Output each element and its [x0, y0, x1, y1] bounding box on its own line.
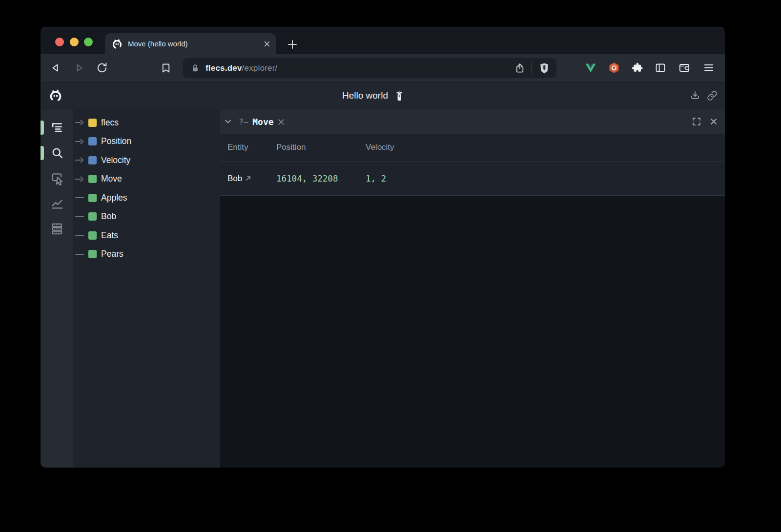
stats-chart-icon [50, 196, 64, 211]
leaf-dash-icon [75, 251, 85, 257]
tree-item-label: Eats [101, 230, 118, 241]
expand-arrow-icon [75, 139, 85, 144]
share-button[interactable] [514, 62, 526, 74]
address-bar[interactable]: flecs.dev/explorer/ [183, 58, 556, 78]
extensions-puzzle-button[interactable] [631, 61, 644, 74]
tree-item-label: flecs [101, 118, 119, 128]
query-panel-title: Move [252, 117, 273, 127]
expand-arrow-icon [75, 157, 85, 163]
velocity-value: 1, 2 [366, 174, 725, 184]
memory-tool-button[interactable] [50, 222, 64, 236]
entity-color-swatch [88, 156, 97, 164]
brave-shield-button[interactable] [538, 62, 551, 75]
table-header-row: Entity Position Velocity [220, 134, 725, 162]
fullscreen-button[interactable] [692, 117, 701, 126]
hexagon-extension-button[interactable] [608, 61, 620, 74]
back-button[interactable] [49, 61, 62, 74]
tree-item-apples[interactable]: Apples [73, 188, 220, 207]
tree-item-eats[interactable]: Eats [73, 226, 220, 245]
sidebar-toggle-button[interactable] [654, 61, 667, 74]
active-indicator [41, 146, 44, 160]
zoom-window-button[interactable] [84, 38, 93, 46]
tree-item-velocity[interactable]: Velocity [73, 151, 220, 170]
tree-item-label: Position [101, 136, 131, 146]
column-header-velocity: Velocity [366, 143, 725, 152]
leaf-dash-icon [75, 195, 85, 201]
entity-tree-panel: flecs Position Velocity Move Apples [73, 109, 220, 468]
entity-color-swatch [88, 137, 97, 145]
tool-sidebar [41, 109, 73, 468]
column-header-position: Position [276, 143, 366, 152]
inspect-icon [50, 171, 64, 185]
entity-link[interactable]: Bob [227, 174, 276, 184]
query-panel-titlebar: ?– Move [220, 109, 725, 134]
active-indicator [41, 121, 44, 135]
menu-button[interactable] [702, 61, 715, 74]
open-entity-arrow-icon [245, 175, 251, 182]
tree-item-label: Pears [101, 249, 123, 259]
app-header: Hello world [41, 82, 725, 109]
tree-item-bob[interactable]: Bob [73, 207, 220, 226]
browser-toolbar: flecs.dev/explorer/ [41, 54, 725, 82]
url-domain: flecs.dev [206, 63, 242, 73]
entity-tree-icon [50, 120, 64, 135]
expand-arrow-icon [75, 120, 85, 125]
tab-close-icon[interactable] [263, 40, 271, 48]
tree-item-label: Bob [101, 211, 116, 222]
entity-color-swatch [88, 175, 97, 183]
remote-connection-button[interactable] [393, 89, 406, 102]
browser-tab[interactable]: Move (hello world) [105, 33, 276, 54]
entity-color-swatch [88, 250, 97, 258]
tree-item-pears[interactable]: Pears [73, 245, 220, 264]
reload-button[interactable] [96, 61, 108, 74]
bookmark-button[interactable] [160, 62, 172, 74]
tab-bar: Move (hello world) [41, 27, 725, 54]
query-kind-prefix: ?– [239, 117, 248, 126]
column-header-entity: Entity [220, 143, 276, 152]
tree-item-move[interactable]: Move [73, 170, 220, 189]
tree-item-label: Velocity [101, 155, 130, 165]
tree-item-label: Apples [101, 193, 127, 203]
entity-color-swatch [88, 212, 97, 221]
chevron-down-icon[interactable] [223, 117, 233, 126]
memory-icon [50, 222, 64, 236]
content-area: flecs Position Velocity Move Apples [41, 109, 725, 468]
browser-window: Move (hello world) flecs.dev/explorer/ [41, 27, 725, 468]
download-button[interactable] [689, 90, 701, 102]
minimize-window-button[interactable] [70, 38, 79, 46]
urlbar-divider [532, 62, 532, 74]
entity-color-swatch [88, 231, 97, 240]
url-path: /explorer/ [242, 63, 278, 73]
leaf-dash-icon [75, 232, 85, 238]
copy-link-button[interactable] [706, 90, 718, 102]
vue-devtools-extension-button[interactable] [584, 61, 597, 74]
flecs-logo [48, 88, 63, 103]
stats-tool-button[interactable] [50, 196, 64, 211]
entity-tree-tool-button[interactable] [50, 120, 64, 135]
query-panel: ?– Move Entity Position Velocity [220, 109, 725, 468]
forward-button[interactable] [73, 61, 85, 74]
plus-icon [287, 39, 298, 50]
expand-arrow-icon [75, 176, 85, 182]
tab-title: Move (hello world) [128, 40, 258, 48]
new-tab-button[interactable] [287, 39, 298, 50]
search-tool-button[interactable] [50, 145, 64, 160]
leaf-dash-icon [75, 214, 85, 220]
table-row[interactable]: Bob 16104, 32208 1, 2 [220, 162, 725, 196]
query-close-icon[interactable] [277, 118, 285, 126]
wallet-button[interactable] [678, 61, 691, 74]
page-title: Hello world [342, 90, 388, 101]
entity-color-swatch [88, 119, 97, 127]
panel-close-button[interactable] [709, 117, 718, 126]
entity-name: Bob [227, 174, 242, 184]
tree-item-flecs[interactable]: flecs [73, 113, 220, 132]
flecs-favicon-icon [111, 38, 123, 50]
tree-item-position[interactable]: Position [73, 132, 220, 151]
entity-color-swatch [88, 194, 97, 202]
position-value: 16104, 32208 [276, 174, 366, 184]
close-window-button[interactable] [55, 38, 64, 46]
query-result-table: Entity Position Velocity Bob 16104, 3220… [220, 134, 725, 196]
inspect-tool-button[interactable] [50, 171, 64, 185]
tree-item-label: Move [101, 174, 122, 184]
query-panel-empty-area [220, 196, 725, 468]
